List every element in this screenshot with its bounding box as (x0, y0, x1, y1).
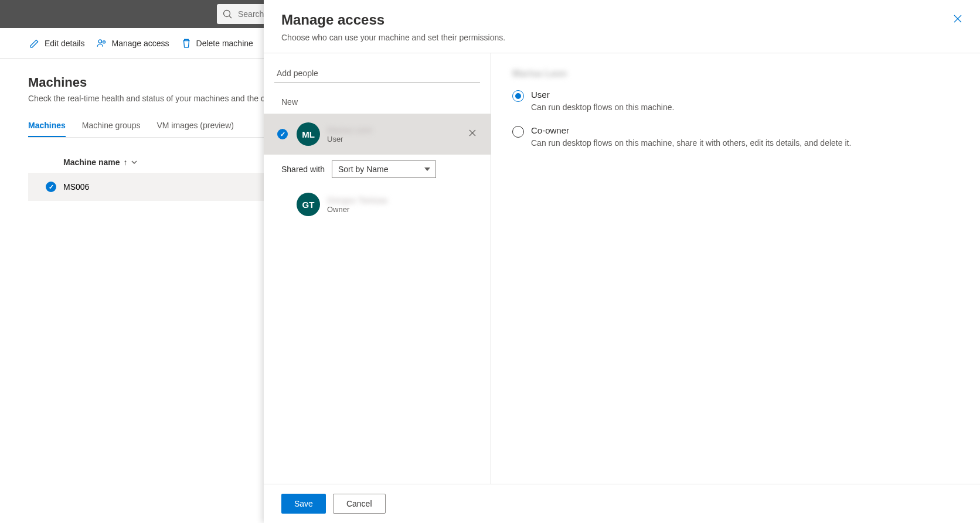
person-info: Giorgos Tsintzas Owner (327, 196, 477, 214)
col-machine-name[interactable]: Machine name ↑ (63, 158, 138, 167)
sort-dropdown[interactable]: Sort by Name (332, 160, 436, 178)
radio-title: Co-owner (531, 125, 851, 135)
person-name: Giorgos Tsintzas (327, 196, 477, 205)
avatar: GT (297, 193, 320, 216)
sort-asc-icon: ↑ (123, 158, 127, 167)
check-icon (46, 182, 56, 192)
delete-machine-button[interactable]: Delete machine (181, 38, 253, 49)
permissions-column: Marisa Leon User Can run desktop flows o… (491, 53, 980, 484)
permission-option-coowner[interactable]: Co-owner Can run desktop flows on this m… (512, 125, 959, 149)
person-row-new[interactable]: ML Marisa Leon User (264, 114, 491, 155)
person-name: Marisa Leon (327, 125, 461, 135)
person-check[interactable] (275, 129, 290, 139)
close-button[interactable] (953, 14, 962, 26)
row-check[interactable] (39, 182, 63, 192)
manage-access-panel: Manage access Choose who can use your ma… (264, 0, 980, 523)
delete-label: Delete machine (196, 39, 253, 48)
edit-details-button[interactable]: Edit details (29, 38, 84, 49)
radio-coowner[interactable] (512, 126, 524, 138)
radio-text: User Can run desktop flows on this machi… (531, 90, 674, 114)
radio-title: User (531, 90, 674, 100)
row-machine-name: MS006 (63, 182, 89, 192)
edit-label: Edit details (45, 39, 84, 48)
radio-user[interactable] (512, 90, 524, 102)
search-icon (223, 9, 232, 19)
avatar: ML (297, 122, 320, 146)
remove-person-button[interactable] (468, 129, 477, 139)
add-people-input[interactable] (274, 64, 480, 83)
check-icon (277, 129, 288, 139)
radio-text: Co-owner Can run desktop flows on this m… (531, 125, 851, 149)
cancel-button[interactable]: Cancel (333, 494, 386, 514)
person-role: Owner (327, 205, 477, 214)
svg-point-0 (224, 11, 230, 17)
shared-with-row: Shared with Sort by Name (264, 155, 491, 184)
tab-machines[interactable]: Machines (28, 115, 66, 137)
pencil-icon (29, 38, 40, 49)
svg-line-1 (229, 16, 232, 18)
close-icon (468, 129, 477, 137)
shared-with-label: Shared with (281, 165, 325, 174)
new-section-label: New (264, 83, 491, 114)
close-icon (953, 14, 962, 23)
trash-icon (181, 38, 192, 49)
permission-option-user[interactable]: User Can run desktop flows on this machi… (512, 90, 959, 114)
person-row-shared[interactable]: GT Giorgos Tsintzas Owner (264, 184, 491, 225)
panel-footer: Save Cancel (264, 484, 980, 523)
svg-point-2 (98, 39, 102, 43)
panel-subtitle: Choose who can use your machine and set … (281, 33, 962, 42)
svg-point-3 (103, 40, 106, 43)
save-button[interactable]: Save (281, 494, 326, 514)
col-label: Machine name (63, 158, 120, 167)
panel-body: New ML Marisa Leon User Shared with Sort… (264, 53, 980, 484)
chevron-down-icon (131, 159, 138, 166)
panel-title: Manage access (281, 12, 962, 28)
tab-machine-groups[interactable]: Machine groups (82, 115, 141, 137)
person-role: User (327, 135, 461, 143)
person-info: Marisa Leon User (327, 125, 461, 143)
radio-desc: Can run desktop flows on this machine, s… (531, 138, 851, 149)
panel-header: Manage access Choose who can use your ma… (264, 0, 980, 53)
people-icon (96, 38, 107, 49)
selected-person-name: Marisa Leon (512, 69, 567, 79)
radio-desc: Can run desktop flows on this machine. (531, 102, 674, 114)
tab-vm-images[interactable]: VM images (preview) (156, 115, 233, 137)
people-column: New ML Marisa Leon User Shared with Sort… (264, 53, 491, 484)
sort-value: Sort by Name (332, 160, 436, 178)
manage-access-button[interactable]: Manage access (96, 38, 169, 49)
manage-label: Manage access (111, 39, 169, 48)
